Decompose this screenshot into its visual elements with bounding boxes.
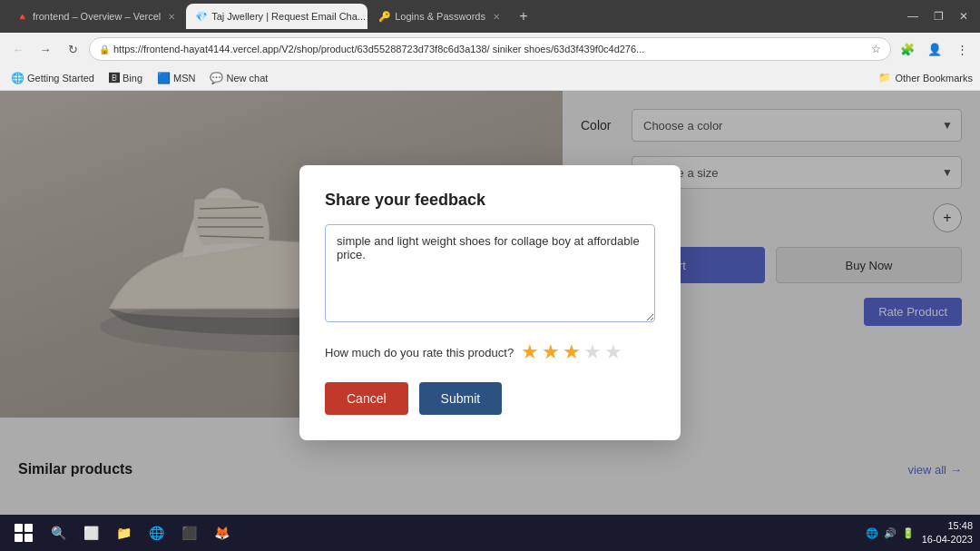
tab2-label: Taj Jwellery | Request Email Cha... <box>211 11 366 22</box>
address-text[interactable]: https://frontend-hayat4144.vercel.app/V2… <box>113 44 867 54</box>
taskbar: 🔍 ⬜ 📁 🌐 ⬛ 🦊 🌐 🔊 🔋 15:48 16-04-2023 <box>0 515 980 551</box>
page-content: Color Choose a color ▼ Size Choose a siz… <box>0 91 980 515</box>
star-3[interactable]: ★ <box>563 340 581 364</box>
tab3-label: Logins & Passwords <box>395 11 485 22</box>
new-tab-button[interactable]: + <box>511 4 536 29</box>
taskbar-system-tray: 🌐 🔊 🔋 15:48 16-04-2023 <box>866 519 973 547</box>
profile-button[interactable]: 👤 <box>924 38 946 60</box>
submit-button[interactable]: Submit <box>419 382 503 415</box>
bookmark-bing-label: Bing <box>122 73 142 84</box>
browser-chrome: 🔺 frontend – Overview – Vercel ✕ 💎 Taj J… <box>0 0 980 91</box>
reload-button[interactable]: ↻ <box>62 38 83 60</box>
window-controls: — ❐ ✕ <box>904 10 973 23</box>
star-5[interactable]: ★ <box>604 340 622 364</box>
tab-2[interactable]: 💎 Taj Jwellery | Request Email Cha... ✕ <box>186 4 368 29</box>
tab3-close-icon[interactable]: ✕ <box>493 12 500 22</box>
close-button[interactable]: ✕ <box>955 10 973 23</box>
new-chat-icon: 💬 <box>210 72 223 84</box>
tab-3[interactable]: 🔑 Logins & Passwords ✕ <box>369 4 509 29</box>
tab-1[interactable]: 🔺 frontend – Overview – Vercel ✕ <box>7 4 184 29</box>
cancel-button[interactable]: Cancel <box>325 382 408 415</box>
bookmark-msn[interactable]: 🟦 MSN <box>153 70 199 86</box>
tab3-favicon: 🔑 <box>378 11 391 23</box>
tab1-label: frontend – Overview – Vercel <box>33 11 161 22</box>
extensions-button[interactable]: 🧩 <box>897 38 918 60</box>
star-2[interactable]: ★ <box>542 340 560 364</box>
menu-button[interactable]: ⋮ <box>951 38 973 60</box>
star-rating[interactable]: ★ ★ ★ ★ ★ <box>521 340 622 364</box>
task-view-button[interactable]: ⬜ <box>76 518 105 547</box>
clock-display[interactable]: 15:48 16-04-2023 <box>922 519 973 547</box>
tab-bar: 🔺 frontend – Overview – Vercel ✕ 💎 Taj J… <box>0 0 980 33</box>
forward-button[interactable]: → <box>34 38 56 60</box>
bookmark-msn-label: MSN <box>173 73 195 84</box>
battery-icon: 🔋 <box>902 527 915 539</box>
rating-question: How much do you rate this product? <box>325 346 514 359</box>
feedback-modal: Share your feedback simple and light wei… <box>299 165 681 440</box>
date-display: 16-04-2023 <box>922 533 973 546</box>
bookmark-getting-started-label: Getting Started <box>27 73 94 84</box>
bing-icon: 🅱 <box>109 72 120 84</box>
navigation-bar: ← → ↻ 🔒 https://frontend-hayat4144.verce… <box>0 33 980 65</box>
system-icons: 🌐 🔊 🔋 <box>866 527 915 539</box>
tab1-close-icon[interactable]: ✕ <box>168 12 175 22</box>
star-1[interactable]: ★ <box>521 340 539 364</box>
maximize-button[interactable]: ❐ <box>929 10 947 23</box>
feedback-textarea[interactable]: simple and light weight shoes for collag… <box>325 224 655 322</box>
search-taskbar-button[interactable]: 🔍 <box>44 518 73 547</box>
tab2-favicon: 💎 <box>195 11 208 23</box>
edge-taskbar-button[interactable]: 🌐 <box>142 518 171 547</box>
back-button[interactable]: ← <box>7 38 29 60</box>
folder-icon: 📁 <box>878 72 891 84</box>
minimize-button[interactable]: — <box>904 10 922 23</box>
modal-buttons: Cancel Submit <box>325 382 655 415</box>
explorer-taskbar-button[interactable]: 📁 <box>109 518 138 547</box>
address-bar[interactable]: 🔒 https://frontend-hayat4144.vercel.app/… <box>89 37 891 61</box>
network-icon: 🌐 <box>866 527 878 539</box>
bookmark-getting-started[interactable]: 🌐 Getting Started <box>7 70 98 86</box>
modal-overlay: Share your feedback simple and light wei… <box>0 91 980 515</box>
bookmark-new-chat-label: New chat <box>226 73 268 84</box>
terminal-taskbar-button[interactable]: ⬛ <box>174 518 203 547</box>
other-bookmarks[interactable]: 📁 Other Bookmarks <box>878 72 973 84</box>
modal-title: Share your feedback <box>325 191 655 210</box>
msn-icon: 🟦 <box>157 72 171 84</box>
start-button[interactable] <box>7 517 40 549</box>
bookmark-star-icon[interactable]: ☆ <box>871 43 881 55</box>
bookmark-bing[interactable]: 🅱 Bing <box>105 70 146 86</box>
rating-row: How much do you rate this product? ★ ★ ★… <box>325 340 655 364</box>
bookmarks-bar: 🌐 Getting Started 🅱 Bing 🟦 MSN 💬 New cha… <box>0 65 980 91</box>
time-display: 15:48 <box>922 519 973 533</box>
tab1-favicon: 🔺 <box>16 11 29 23</box>
getting-started-icon: 🌐 <box>11 72 24 84</box>
volume-icon: 🔊 <box>884 527 897 539</box>
windows-logo-icon <box>15 524 33 542</box>
star-4[interactable]: ★ <box>583 340 602 364</box>
lock-icon: 🔒 <box>99 44 110 54</box>
firefox-taskbar-button[interactable]: 🦊 <box>207 518 236 547</box>
other-bookmarks-label: Other Bookmarks <box>895 73 973 84</box>
bookmark-new-chat[interactable]: 💬 New chat <box>206 70 271 86</box>
